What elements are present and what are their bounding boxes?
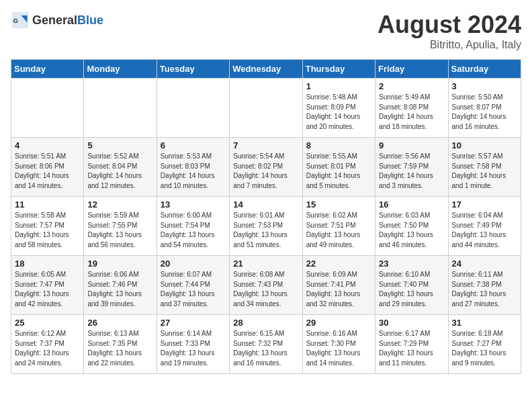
weekday-header-thursday: Thursday [302,60,375,79]
cell-info: Sunrise: 6:02 AMSunset: 7:51 PMDaylight:… [306,211,371,250]
cell-info: Sunrise: 6:05 AMSunset: 7:47 PMDaylight:… [15,270,80,309]
day-number: 14 [233,199,298,210]
calendar-cell: 26Sunrise: 6:13 AMSunset: 7:35 PMDayligh… [84,315,157,374]
day-number: 20 [161,259,226,269]
logo-blue: Blue [77,13,103,27]
calendar-table: SundayMondayTuesdayWednesdayThursdayFrid… [11,59,521,374]
cell-info: Sunrise: 5:56 AMSunset: 7:59 PMDaylight:… [379,152,444,191]
weekday-header-wednesday: Wednesday [230,60,302,79]
calendar-week-5: 25Sunrise: 6:12 AMSunset: 7:37 PMDayligh… [11,315,521,374]
cell-info: Sunrise: 6:04 AMSunset: 7:49 PMDaylight:… [452,211,517,250]
calendar-week-2: 4Sunrise: 5:51 AMSunset: 8:06 PMDaylight… [11,138,521,197]
calendar-week-1: 1Sunrise: 5:48 AMSunset: 8:09 PMDaylight… [11,79,521,138]
calendar-cell: 13Sunrise: 6:00 AMSunset: 7:54 PMDayligh… [157,197,229,256]
page-header: G GeneralBlue August 2024 Bitritto, Apul… [11,11,521,51]
calendar-cell [11,79,84,138]
cell-info: Sunrise: 6:09 AMSunset: 7:41 PMDaylight:… [306,270,371,309]
day-number: 25 [15,318,80,328]
cell-info: Sunrise: 5:48 AMSunset: 8:09 PMDaylight:… [306,93,371,132]
day-number: 26 [87,318,152,328]
weekday-header-row: SundayMondayTuesdayWednesdayThursdayFrid… [11,60,521,79]
day-number: 18 [15,259,80,269]
cell-info: Sunrise: 5:51 AMSunset: 8:06 PMDaylight:… [15,152,80,191]
calendar-cell: 15Sunrise: 6:02 AMSunset: 7:51 PMDayligh… [302,197,375,256]
calendar-cell: 4Sunrise: 5:51 AMSunset: 8:06 PMDaylight… [11,138,84,197]
cell-info: Sunrise: 6:07 AMSunset: 7:44 PMDaylight:… [161,270,226,309]
month-year-title: August 2024 [378,11,521,39]
day-number: 30 [379,318,444,328]
cell-info: Sunrise: 6:16 AMSunset: 7:30 PMDaylight:… [306,329,371,368]
logo-general: General [32,13,77,27]
day-number: 19 [87,259,152,269]
weekday-header-sunday: Sunday [11,60,84,79]
day-number: 17 [452,199,517,210]
calendar-cell: 29Sunrise: 6:16 AMSunset: 7:30 PMDayligh… [302,315,375,374]
calendar-week-4: 18Sunrise: 6:05 AMSunset: 7:47 PMDayligh… [11,256,521,315]
day-number: 15 [306,199,371,210]
calendar-cell: 31Sunrise: 6:18 AMSunset: 7:27 PMDayligh… [448,315,521,374]
calendar-cell: 16Sunrise: 6:03 AMSunset: 7:50 PMDayligh… [375,197,448,256]
day-number: 31 [452,318,517,328]
calendar-cell: 12Sunrise: 5:59 AMSunset: 7:55 PMDayligh… [84,197,157,256]
cell-info: Sunrise: 5:59 AMSunset: 7:55 PMDaylight:… [87,211,152,250]
day-number: 23 [379,259,444,269]
cell-info: Sunrise: 5:49 AMSunset: 8:08 PMDaylight:… [379,93,444,132]
day-number: 9 [379,140,444,150]
day-number: 29 [306,318,371,328]
calendar-cell [157,79,229,138]
calendar-cell: 2Sunrise: 5:49 AMSunset: 8:08 PMDaylight… [375,79,448,138]
day-number: 21 [233,259,298,269]
title-block: August 2024 Bitritto, Apulia, Italy [378,11,521,51]
day-number: 27 [161,318,226,328]
cell-info: Sunrise: 6:06 AMSunset: 7:46 PMDaylight:… [87,270,152,309]
calendar-cell: 9Sunrise: 5:56 AMSunset: 7:59 PMDaylight… [375,138,448,197]
day-number: 13 [161,199,226,210]
calendar-cell: 17Sunrise: 6:04 AMSunset: 7:49 PMDayligh… [448,197,521,256]
weekday-header-tuesday: Tuesday [157,60,229,79]
cell-info: Sunrise: 6:15 AMSunset: 7:32 PMDaylight:… [233,329,298,368]
cell-info: Sunrise: 5:57 AMSunset: 7:58 PMDaylight:… [452,152,517,191]
day-number: 7 [233,140,298,150]
day-number: 24 [452,259,517,269]
logo-icon: G [11,11,30,30]
cell-info: Sunrise: 6:00 AMSunset: 7:54 PMDaylight:… [161,211,226,250]
day-number: 6 [161,140,226,150]
cell-info: Sunrise: 6:10 AMSunset: 7:40 PMDaylight:… [379,270,444,309]
weekday-header-friday: Friday [375,60,448,79]
day-number: 1 [306,81,371,91]
calendar-cell: 8Sunrise: 5:55 AMSunset: 8:01 PMDaylight… [302,138,375,197]
calendar-cell: 20Sunrise: 6:07 AMSunset: 7:44 PMDayligh… [157,256,229,315]
calendar-cell: 24Sunrise: 6:11 AMSunset: 7:38 PMDayligh… [448,256,521,315]
cell-info: Sunrise: 5:52 AMSunset: 8:04 PMDaylight:… [87,152,152,191]
cell-info: Sunrise: 5:55 AMSunset: 8:01 PMDaylight:… [306,152,371,191]
day-number: 4 [15,140,80,150]
logo: G GeneralBlue [11,11,103,30]
calendar-cell: 18Sunrise: 6:05 AMSunset: 7:47 PMDayligh… [11,256,84,315]
calendar-cell [84,79,157,138]
day-number: 22 [306,259,371,269]
day-number: 8 [306,140,371,150]
calendar-cell: 11Sunrise: 5:58 AMSunset: 7:57 PMDayligh… [11,197,84,256]
day-number: 12 [87,199,152,210]
calendar-cell: 6Sunrise: 5:53 AMSunset: 8:03 PMDaylight… [157,138,229,197]
day-number: 10 [452,140,517,150]
calendar-cell: 25Sunrise: 6:12 AMSunset: 7:37 PMDayligh… [11,315,84,374]
calendar-cell: 21Sunrise: 6:08 AMSunset: 7:43 PMDayligh… [230,256,302,315]
cell-info: Sunrise: 6:12 AMSunset: 7:37 PMDaylight:… [15,329,80,368]
location-subtitle: Bitritto, Apulia, Italy [378,39,521,51]
svg-text:G: G [13,17,18,24]
cell-info: Sunrise: 5:54 AMSunset: 8:02 PMDaylight:… [233,152,298,191]
day-number: 16 [379,199,444,210]
cell-info: Sunrise: 6:17 AMSunset: 7:29 PMDaylight:… [379,329,444,368]
calendar-cell: 1Sunrise: 5:48 AMSunset: 8:09 PMDaylight… [302,79,375,138]
day-number: 2 [379,81,444,91]
calendar-cell: 28Sunrise: 6:15 AMSunset: 7:32 PMDayligh… [230,315,302,374]
cell-info: Sunrise: 6:08 AMSunset: 7:43 PMDaylight:… [233,270,298,309]
logo-wordmark: GeneralBlue [32,13,103,28]
cell-info: Sunrise: 6:14 AMSunset: 7:33 PMDaylight:… [161,329,226,368]
calendar-cell: 23Sunrise: 6:10 AMSunset: 7:40 PMDayligh… [375,256,448,315]
calendar-cell: 19Sunrise: 6:06 AMSunset: 7:46 PMDayligh… [84,256,157,315]
day-number: 3 [452,81,517,91]
calendar-cell: 5Sunrise: 5:52 AMSunset: 8:04 PMDaylight… [84,138,157,197]
cell-info: Sunrise: 5:50 AMSunset: 8:07 PMDaylight:… [452,93,517,132]
